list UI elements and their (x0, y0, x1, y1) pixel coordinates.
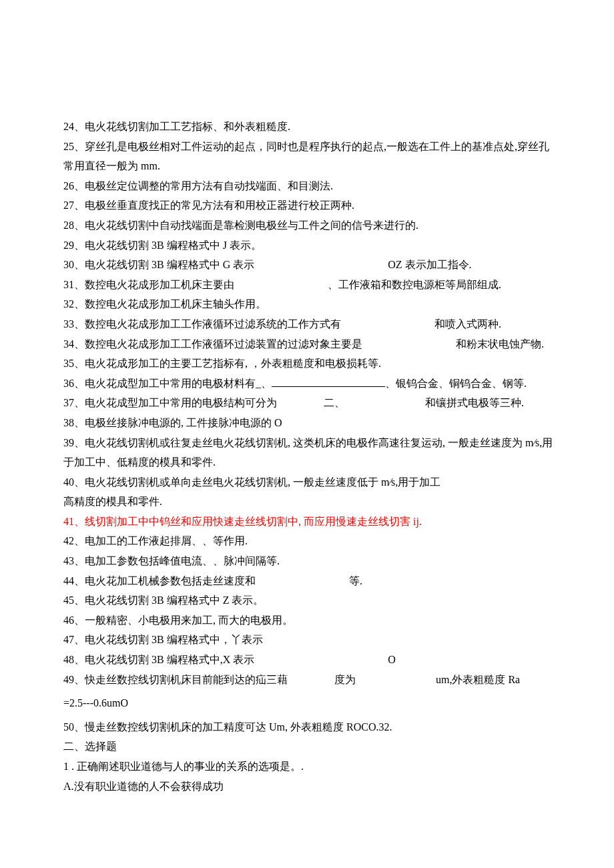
question-37: 37、电火花成型加工中常用的电极结构可分为二、和镶拼式电极等三种. (63, 393, 554, 413)
question-49-b: 度为 (334, 674, 356, 685)
question-31-b: 、工作液箱和数控电源柜等局部组成. (328, 279, 501, 290)
section-2-title: 二、选择题 (63, 737, 554, 757)
question-43: 43、电加工参数包括峰值电流、、脉冲间隔等. (63, 551, 554, 571)
question-28: 28、电火花线切割中自动找端面是靠检测电极丝与工件之间的信号来进行的. (63, 215, 554, 236)
question-26: 26、电极丝定位调整的常用方法有自动找端面、和目测法. (63, 176, 554, 196)
question-48-b: O (388, 654, 396, 665)
mc-option-1a: A.没有职业道德的人不会获得成功 (63, 777, 554, 797)
question-45: 45、电火花线切割 3B 编程格式中 Z 表示。 (63, 590, 554, 610)
question-33-a: 33、数控电火花成形加工工作液循环过滤系统的工作方式有 (63, 318, 341, 330)
question-30-a: 30、电火花线切割 3B 编程格式中 G 表示 (63, 259, 254, 270)
question-36: 36、电火花成型加工中常用的电极材料有_、、银钨合金、铜钨合金、钢等. (63, 374, 554, 394)
question-37-b: 二、 (324, 397, 345, 408)
question-49-cont: =2.5---0.6umO (63, 693, 554, 713)
question-41: 41、线切割加工中中钨丝和应用快速走丝线切割中, 而应用慢速走丝线切害 ij. (63, 512, 554, 532)
question-38: 38、电极丝接脉冲电源的, 工件接脉冲电源的 O (63, 413, 554, 433)
question-34-a: 34、数控电火花成形加工工作液循环过滤装置的过滤对象主要是 (63, 338, 362, 350)
question-34: 34、数控电火花成形加工工作液循环过滤装置的过滤对象主要是和粉末状电蚀产物. (63, 334, 554, 354)
question-44: 44、电火花加工机械参数包括走丝速度和等. (63, 571, 554, 591)
question-49-a: 49、快走丝数控线切割机床目前能到达的疝三藉 (63, 674, 288, 685)
question-33: 33、数控电火花成形加工工作液循环过滤系统的工作方式有和喷入式两种. (63, 314, 554, 334)
question-49-c: um,外表粗糙度 Ra (436, 674, 520, 685)
question-44-b: 等. (349, 575, 362, 586)
question-25: 25、穿丝孔是电极丝相对工件运动的起点，同时也是程序执行的起点,一般选在工件上的… (63, 137, 554, 176)
question-31-a: 31、数控电火花成形加工机床主要由 (63, 279, 234, 290)
question-39: 39、电火花线切割机或往复走丝电火花线切割机, 这类机床的电极作高速往复运动, … (63, 433, 554, 472)
question-48: 48、电火花线切割 3B 编程格式中,X 表示O (63, 650, 554, 670)
question-40-cont: 高精度的模具和零件. (63, 492, 554, 512)
question-33-b: 和喷入式两种. (434, 318, 501, 330)
question-44-a: 44、电火花加工机械参数包括走丝速度和 (63, 575, 256, 586)
question-30: 30、电火花线切割 3B 编程格式中 G 表示OZ 表示加工指令. (63, 255, 554, 275)
question-50: 50、慢走丝数控线切割机床的加工精度可达 Um, 外表粗糙度 ROCO.32. (63, 717, 554, 737)
question-35: 35、电火花成形加工的主要工艺指标有, ，外表粗糙度和电极损耗等. (63, 354, 554, 374)
question-36-a: 36、电火花成型加工中常用的电极材料有_、 (63, 378, 272, 389)
question-24: 24、电火花线切割加工工艺指标、和外表粗糙度. (63, 117, 554, 137)
question-34-b: 和粉末状电蚀产物. (456, 338, 544, 350)
question-46: 46、一般精密、小电极用来加工, 而大的电极用。 (63, 610, 554, 630)
question-48-a: 48、电火花线切割 3B 编程格式中,X 表示 (63, 654, 254, 665)
question-49: 49、快走丝数控线切割机床目前能到达的疝三藉度为um,外表粗糙度 Ra (63, 670, 554, 690)
question-40: 40、电火花线切割机或单向走丝电火花线切割机, 一般走丝速度低于 m⁄s,用于加… (63, 472, 554, 492)
question-32: 32、数控电火花成形加工机床主轴头作用。 (63, 294, 554, 314)
question-29: 29、电火花线切割 3B 编程格式中 J 表示。 (63, 236, 554, 256)
question-37-a: 37、电火花成型加工中常用的电极结构可分为 (63, 397, 277, 408)
question-27: 27、电极丝垂直度找正的常见方法有和用校正器进行校正两种. (63, 195, 554, 215)
mc-question-1: 1 . 正确阐述职业道德与人的事业的关系的选项是。. (63, 757, 554, 777)
question-42: 42、电加工的工作液起排屑、、等作用. (63, 531, 554, 551)
question-36-b: 、银钨合金、铜钨合金、钢等. (385, 378, 527, 389)
blank-underline (272, 376, 385, 387)
question-37-c: 和镶拼式电极等三种. (425, 397, 524, 408)
question-31: 31、数控电火花成形加工机床主要由、工作液箱和数控电源柜等局部组成. (63, 275, 554, 295)
question-47: 47、电火花线切割 3B 编程格式中，丫表示 (63, 630, 554, 650)
question-30-b: OZ 表示加工指令. (388, 259, 471, 270)
